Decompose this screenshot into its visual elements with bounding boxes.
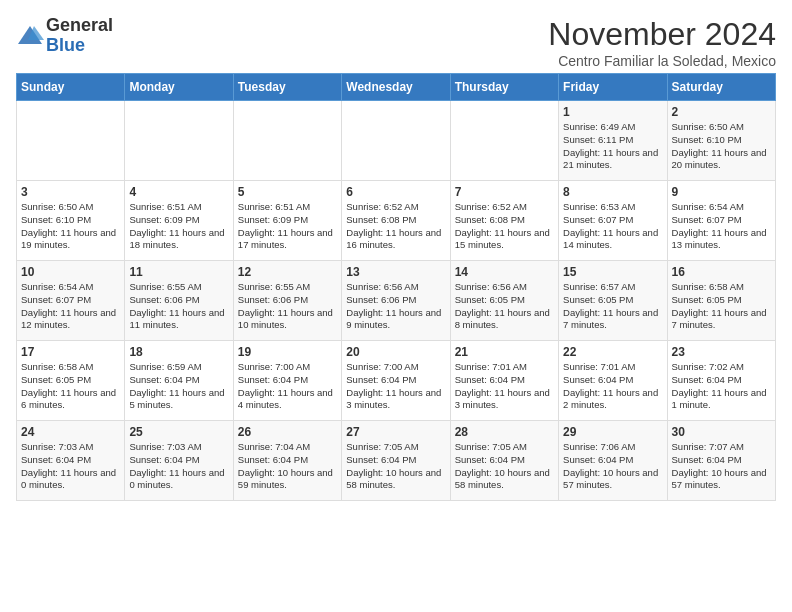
weekday-header-wednesday: Wednesday [342, 74, 450, 101]
cell-info: Sunrise: 7:04 AM Sunset: 6:04 PM Dayligh… [238, 441, 337, 492]
calendar-cell: 6Sunrise: 6:52 AM Sunset: 6:08 PM Daylig… [342, 181, 450, 261]
weekday-header-tuesday: Tuesday [233, 74, 341, 101]
weekday-header-friday: Friday [559, 74, 667, 101]
calendar-cell: 16Sunrise: 6:58 AM Sunset: 6:05 PM Dayli… [667, 261, 775, 341]
day-number: 15 [563, 265, 662, 279]
month-title: November 2024 [548, 16, 776, 53]
day-number: 17 [21, 345, 120, 359]
calendar-cell: 5Sunrise: 6:51 AM Sunset: 6:09 PM Daylig… [233, 181, 341, 261]
day-number: 10 [21, 265, 120, 279]
day-number: 7 [455, 185, 554, 199]
day-number: 20 [346, 345, 445, 359]
weekday-header-sunday: Sunday [17, 74, 125, 101]
cell-info: Sunrise: 6:58 AM Sunset: 6:05 PM Dayligh… [672, 281, 771, 332]
cell-info: Sunrise: 6:55 AM Sunset: 6:06 PM Dayligh… [238, 281, 337, 332]
day-number: 11 [129, 265, 228, 279]
weekday-header-thursday: Thursday [450, 74, 558, 101]
calendar-cell: 8Sunrise: 6:53 AM Sunset: 6:07 PM Daylig… [559, 181, 667, 261]
day-number: 14 [455, 265, 554, 279]
day-number: 9 [672, 185, 771, 199]
cell-info: Sunrise: 6:56 AM Sunset: 6:06 PM Dayligh… [346, 281, 445, 332]
title-block: November 2024 Centro Familiar la Soledad… [548, 16, 776, 69]
day-number: 19 [238, 345, 337, 359]
calendar-cell: 3Sunrise: 6:50 AM Sunset: 6:10 PM Daylig… [17, 181, 125, 261]
calendar-cell: 19Sunrise: 7:00 AM Sunset: 6:04 PM Dayli… [233, 341, 341, 421]
day-number: 29 [563, 425, 662, 439]
calendar-cell [125, 101, 233, 181]
cell-info: Sunrise: 7:05 AM Sunset: 6:04 PM Dayligh… [346, 441, 445, 492]
day-number: 1 [563, 105, 662, 119]
day-number: 21 [455, 345, 554, 359]
calendar-cell: 14Sunrise: 6:56 AM Sunset: 6:05 PM Dayli… [450, 261, 558, 341]
calendar-cell: 2Sunrise: 6:50 AM Sunset: 6:10 PM Daylig… [667, 101, 775, 181]
cell-info: Sunrise: 7:03 AM Sunset: 6:04 PM Dayligh… [21, 441, 120, 492]
page-header: General Blue November 2024 Centro Famili… [16, 16, 776, 69]
day-number: 3 [21, 185, 120, 199]
calendar-table: SundayMondayTuesdayWednesdayThursdayFrid… [16, 73, 776, 501]
cell-info: Sunrise: 6:50 AM Sunset: 6:10 PM Dayligh… [672, 121, 771, 172]
weekday-header-saturday: Saturday [667, 74, 775, 101]
cell-info: Sunrise: 6:51 AM Sunset: 6:09 PM Dayligh… [238, 201, 337, 252]
cell-info: Sunrise: 6:54 AM Sunset: 6:07 PM Dayligh… [21, 281, 120, 332]
calendar-week-4: 17Sunrise: 6:58 AM Sunset: 6:05 PM Dayli… [17, 341, 776, 421]
calendar-cell: 28Sunrise: 7:05 AM Sunset: 6:04 PM Dayli… [450, 421, 558, 501]
calendar-header: SundayMondayTuesdayWednesdayThursdayFrid… [17, 74, 776, 101]
calendar-cell: 7Sunrise: 6:52 AM Sunset: 6:08 PM Daylig… [450, 181, 558, 261]
cell-info: Sunrise: 6:49 AM Sunset: 6:11 PM Dayligh… [563, 121, 662, 172]
calendar-cell: 9Sunrise: 6:54 AM Sunset: 6:07 PM Daylig… [667, 181, 775, 261]
cell-info: Sunrise: 7:01 AM Sunset: 6:04 PM Dayligh… [563, 361, 662, 412]
day-number: 25 [129, 425, 228, 439]
calendar-cell: 17Sunrise: 6:58 AM Sunset: 6:05 PM Dayli… [17, 341, 125, 421]
calendar-week-5: 24Sunrise: 7:03 AM Sunset: 6:04 PM Dayli… [17, 421, 776, 501]
calendar-cell: 12Sunrise: 6:55 AM Sunset: 6:06 PM Dayli… [233, 261, 341, 341]
cell-info: Sunrise: 6:59 AM Sunset: 6:04 PM Dayligh… [129, 361, 228, 412]
day-number: 4 [129, 185, 228, 199]
calendar-week-3: 10Sunrise: 6:54 AM Sunset: 6:07 PM Dayli… [17, 261, 776, 341]
day-number: 23 [672, 345, 771, 359]
calendar-cell [450, 101, 558, 181]
cell-info: Sunrise: 6:52 AM Sunset: 6:08 PM Dayligh… [346, 201, 445, 252]
day-number: 18 [129, 345, 228, 359]
day-number: 28 [455, 425, 554, 439]
calendar-cell: 30Sunrise: 7:07 AM Sunset: 6:04 PM Dayli… [667, 421, 775, 501]
cell-info: Sunrise: 7:02 AM Sunset: 6:04 PM Dayligh… [672, 361, 771, 412]
cell-info: Sunrise: 7:01 AM Sunset: 6:04 PM Dayligh… [455, 361, 554, 412]
day-number: 5 [238, 185, 337, 199]
calendar-cell [17, 101, 125, 181]
calendar-cell [233, 101, 341, 181]
calendar-week-1: 1Sunrise: 6:49 AM Sunset: 6:11 PM Daylig… [17, 101, 776, 181]
cell-info: Sunrise: 7:00 AM Sunset: 6:04 PM Dayligh… [346, 361, 445, 412]
calendar-cell: 1Sunrise: 6:49 AM Sunset: 6:11 PM Daylig… [559, 101, 667, 181]
cell-info: Sunrise: 6:54 AM Sunset: 6:07 PM Dayligh… [672, 201, 771, 252]
weekday-header-monday: Monday [125, 74, 233, 101]
calendar-cell: 22Sunrise: 7:01 AM Sunset: 6:04 PM Dayli… [559, 341, 667, 421]
calendar-cell: 13Sunrise: 6:56 AM Sunset: 6:06 PM Dayli… [342, 261, 450, 341]
calendar-week-2: 3Sunrise: 6:50 AM Sunset: 6:10 PM Daylig… [17, 181, 776, 261]
calendar-cell: 21Sunrise: 7:01 AM Sunset: 6:04 PM Dayli… [450, 341, 558, 421]
day-number: 2 [672, 105, 771, 119]
logo-icon [16, 22, 44, 50]
cell-info: Sunrise: 6:55 AM Sunset: 6:06 PM Dayligh… [129, 281, 228, 332]
calendar-cell: 11Sunrise: 6:55 AM Sunset: 6:06 PM Dayli… [125, 261, 233, 341]
logo-general-text: General [46, 15, 113, 35]
cell-info: Sunrise: 6:52 AM Sunset: 6:08 PM Dayligh… [455, 201, 554, 252]
calendar-cell: 4Sunrise: 6:51 AM Sunset: 6:09 PM Daylig… [125, 181, 233, 261]
day-number: 26 [238, 425, 337, 439]
calendar-cell: 18Sunrise: 6:59 AM Sunset: 6:04 PM Dayli… [125, 341, 233, 421]
logo: General Blue [16, 16, 113, 56]
location-subtitle: Centro Familiar la Soledad, Mexico [548, 53, 776, 69]
day-number: 12 [238, 265, 337, 279]
day-number: 30 [672, 425, 771, 439]
calendar-cell: 20Sunrise: 7:00 AM Sunset: 6:04 PM Dayli… [342, 341, 450, 421]
cell-info: Sunrise: 7:06 AM Sunset: 6:04 PM Dayligh… [563, 441, 662, 492]
day-number: 22 [563, 345, 662, 359]
cell-info: Sunrise: 6:51 AM Sunset: 6:09 PM Dayligh… [129, 201, 228, 252]
cell-info: Sunrise: 7:03 AM Sunset: 6:04 PM Dayligh… [129, 441, 228, 492]
calendar-cell [342, 101, 450, 181]
calendar-cell: 24Sunrise: 7:03 AM Sunset: 6:04 PM Dayli… [17, 421, 125, 501]
calendar-cell: 29Sunrise: 7:06 AM Sunset: 6:04 PM Dayli… [559, 421, 667, 501]
logo-blue-text: Blue [46, 35, 85, 55]
cell-info: Sunrise: 6:56 AM Sunset: 6:05 PM Dayligh… [455, 281, 554, 332]
cell-info: Sunrise: 7:05 AM Sunset: 6:04 PM Dayligh… [455, 441, 554, 492]
cell-info: Sunrise: 6:58 AM Sunset: 6:05 PM Dayligh… [21, 361, 120, 412]
